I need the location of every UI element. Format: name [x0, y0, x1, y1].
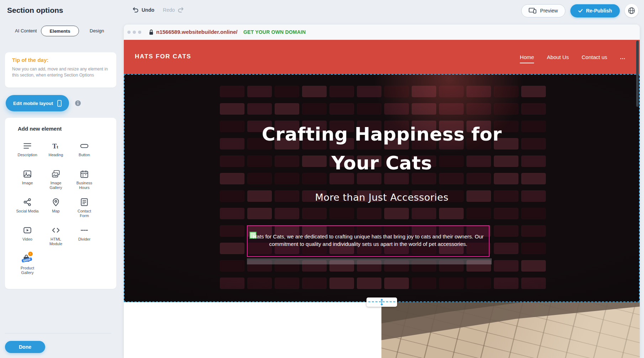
add-element-title: Add new element	[18, 126, 62, 132]
hero-tile	[494, 225, 518, 237]
tip-title: Tip of the day:	[12, 57, 48, 63]
site-logo[interactable]: HATS FOR CATS	[135, 53, 191, 60]
element-item-html-module[interactable]: HTML Module	[42, 223, 70, 251]
devices-icon	[529, 8, 537, 14]
element-item-video[interactable]: Video	[13, 223, 42, 251]
hero-tile	[220, 225, 244, 237]
element-label: Button	[79, 153, 90, 157]
hero-tile	[220, 208, 244, 219]
tip-body: Now you can add, move and resize any ele…	[12, 66, 109, 78]
tab-design[interactable]: Design	[90, 28, 104, 33]
hero-tile	[466, 278, 491, 289]
hero-tile	[329, 208, 354, 219]
app: Section options Undo Redo Preview Re-Pub…	[0, 0, 644, 358]
hero-tile	[220, 278, 244, 289]
element-item-image-gallery[interactable]: Image Gallery	[42, 167, 70, 195]
lock-icon	[148, 29, 154, 37]
phone-icon	[57, 100, 62, 107]
nav-more-button[interactable]: ...	[620, 54, 625, 60]
preview-button[interactable]: Preview	[521, 4, 565, 17]
hero-tile	[466, 208, 491, 219]
map-pin-icon	[51, 198, 60, 207]
republish-label: Re-Publish	[586, 8, 612, 14]
hero-tile	[247, 103, 272, 115]
element-item-image[interactable]: Image	[13, 167, 42, 195]
window-dot	[138, 31, 141, 34]
site-header[interactable]: HATS FOR CATS Home About Us Contact us .…	[124, 40, 640, 74]
element-label: Video	[22, 237, 32, 242]
hero-tile	[247, 86, 272, 97]
nav-item-contact[interactable]: Contact us	[582, 54, 607, 60]
hero-tile	[412, 103, 436, 115]
element-label: Image Gallery	[44, 181, 68, 190]
hero-tile	[521, 260, 546, 272]
hero-title-line2: Your Cats	[124, 149, 640, 178]
site-url[interactable]: n1566589.websitebuilder.online/	[156, 29, 237, 35]
hero-tile	[329, 103, 354, 115]
info-icon[interactable]	[75, 100, 81, 106]
hero-tile	[521, 225, 546, 237]
edit-mobile-layout-button[interactable]: Edit mobile layout	[6, 95, 69, 111]
nav-item-home[interactable]: Home	[520, 54, 534, 60]
redo-label: Redo	[163, 7, 175, 13]
element-label: Image	[22, 181, 33, 185]
hero-tile	[247, 208, 272, 219]
undo-icon	[132, 7, 139, 13]
element-item-map[interactable]: Map	[42, 195, 70, 223]
redo-button[interactable]: Redo	[163, 7, 184, 13]
code-icon	[51, 226, 60, 235]
element-label: HTML Module	[44, 237, 68, 246]
hero-tile	[494, 278, 518, 289]
republish-button[interactable]: Re-Publish	[570, 4, 620, 17]
undo-label: Undo	[142, 7, 154, 13]
done-button[interactable]: Done	[5, 341, 45, 353]
section-resize-handle[interactable]	[366, 298, 397, 307]
hero-tile	[220, 86, 244, 97]
divider-icon	[80, 226, 89, 235]
hero-tile	[220, 103, 244, 115]
hero-tile	[384, 103, 409, 115]
hero-tile	[275, 208, 299, 219]
hero-tile	[302, 278, 327, 289]
hero-section[interactable]: Crafting Happiness for Your Cats More th…	[124, 74, 640, 302]
topbar: Section options Undo Redo Preview Re-Pub…	[0, 0, 644, 21]
language-globe-button[interactable]	[625, 4, 638, 17]
hero-tile	[220, 260, 244, 272]
tab-elements[interactable]: Elements	[41, 26, 79, 36]
tab-ai-content[interactable]: AI Content	[15, 28, 37, 33]
text-element-selection[interactable]: Hats for Cats, we are dedicated to craft…	[247, 225, 490, 257]
hero-tile	[357, 278, 381, 289]
get-domain-link[interactable]: GET YOUR OWN DOMAIN	[243, 29, 306, 35]
tip-card: Tip of the day: Now you can add, move an…	[5, 52, 116, 88]
hero-tile	[521, 103, 546, 115]
check-icon	[578, 9, 583, 13]
text-lines-icon	[23, 141, 32, 151]
element-item-business-hours[interactable]: Business Hours	[70, 167, 99, 195]
hero-body-text[interactable]: Hats for Cats, we are dedicated to craft…	[248, 233, 489, 248]
hero-tile	[275, 86, 299, 97]
nav-item-about[interactable]: About Us	[547, 54, 569, 60]
globe-icon	[628, 7, 635, 15]
element-item-product-gallery[interactable]: SHOP ↑ Product Gallery	[13, 251, 42, 279]
upgrade-badge: ↑	[28, 252, 33, 256]
element-item-button[interactable]: Button	[70, 138, 99, 167]
hero-tile	[412, 278, 436, 289]
next-section[interactable]	[124, 302, 640, 358]
hero-tile	[384, 86, 409, 97]
image-icon	[23, 169, 32, 179]
form-icon	[80, 198, 89, 207]
hero-tile	[412, 86, 436, 97]
hero-tile	[247, 278, 272, 289]
undo-button[interactable]: Undo	[132, 7, 154, 13]
element-item-divider[interactable]: Divider	[70, 223, 99, 251]
site-nav: Home About Us Contact us ...	[520, 40, 625, 74]
scrollbar-thumb[interactable]	[636, 41, 639, 107]
element-item-contact-form[interactable]: Contact Form	[70, 195, 99, 223]
element-item-heading[interactable]: Tt Heading	[42, 138, 70, 167]
hero-tile	[494, 86, 518, 97]
element-item-social-media[interactable]: Social Media	[13, 195, 42, 223]
site-canvas: HATS FOR CATS Home About Us Contact us .…	[124, 40, 640, 358]
hero-tile	[439, 208, 464, 219]
element-item-description[interactable]: Description	[13, 138, 42, 167]
hero-tile	[275, 278, 299, 289]
